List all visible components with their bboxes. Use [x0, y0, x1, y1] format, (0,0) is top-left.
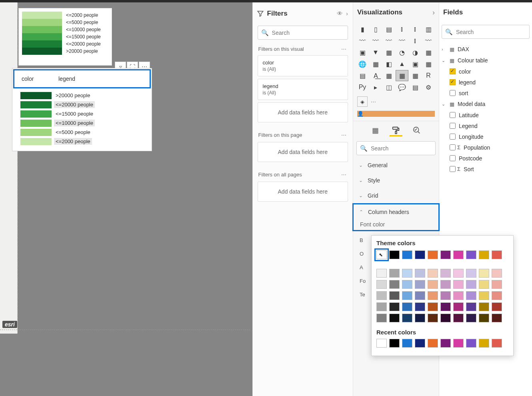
collapse-pane-icon[interactable]: › [346, 10, 348, 17]
fields-table[interactable]: ›▦DAX [440, 44, 531, 55]
recent-color-swatch[interactable] [402, 339, 412, 348]
viz-type-option[interactable]: ⫿ [396, 24, 408, 34]
color-swatch[interactable] [479, 291, 489, 300]
field-checkbox[interactable] [450, 68, 456, 74]
viz-type-option[interactable]: 〰 [396, 36, 408, 46]
viz-type-option[interactable]: ▼ [370, 47, 382, 58]
format-style[interactable]: ⌄Style [353, 173, 439, 188]
color-swatch[interactable] [492, 280, 502, 289]
viz-more-icon[interactable]: ⋯ [371, 99, 377, 105]
table-row[interactable]: <=15000 people [20, 109, 150, 118]
viz-type-option[interactable]: 〰 [422, 36, 434, 46]
recent-color-swatch[interactable] [479, 339, 489, 348]
color-swatch[interactable] [492, 314, 502, 322]
color-swatch[interactable] [376, 280, 387, 289]
filter-card-color[interactable]: color is (All) [258, 55, 348, 76]
viz-type-option[interactable]: ◫ [383, 82, 395, 92]
viz-type-option[interactable]: ▦ [422, 47, 434, 58]
color-swatch[interactable] [415, 314, 425, 322]
filters-search[interactable]: 🔍 [258, 26, 348, 40]
table-row[interactable]: <=20000 people [20, 100, 150, 109]
legend-visual[interactable]: <=2000 people<=5000 people<=10000 people… [18, 8, 112, 66]
color-swatch[interactable] [415, 291, 425, 300]
color-swatch[interactable] [492, 250, 502, 259]
table-row[interactable]: >20000 people [20, 91, 150, 100]
fields-column[interactable]: ΣPopulation [440, 142, 531, 153]
field-checkbox[interactable] [450, 166, 456, 172]
field-checkbox[interactable] [450, 144, 456, 150]
viz-type-option[interactable]: ▮ [356, 24, 368, 34]
recent-color-swatch[interactable] [492, 339, 502, 348]
viz-type-option[interactable]: ▥ [422, 24, 434, 34]
filter-card-legend[interactable]: legend is (All) [258, 79, 348, 100]
color-swatch[interactable] [453, 250, 464, 259]
color-swatch[interactable] [402, 291, 412, 300]
color-swatch[interactable] [440, 291, 451, 300]
report-canvas[interactable]: esri <=2000 people<=5000 people<=10000 p… [0, 2, 252, 396]
color-swatch[interactable] [389, 314, 400, 322]
table-visual[interactable]: color legend >20000 people<=20000 people… [12, 68, 152, 151]
viz-type-option[interactable]: ▦ [383, 47, 395, 58]
fields-tab[interactable]: ▦ [369, 125, 382, 136]
viz-type-option[interactable]: ▯ [370, 24, 382, 34]
fields-column[interactable]: ΣSort [440, 164, 531, 174]
color-swatch[interactable] [428, 250, 438, 259]
color-swatch[interactable] [376, 302, 387, 311]
color-swatch[interactable] [402, 250, 412, 259]
viz-type-option[interactable]: ▤ [383, 24, 395, 34]
add-fields-visual[interactable]: Add data fields here [258, 102, 348, 122]
color-swatch[interactable] [479, 314, 489, 322]
color-swatch[interactable] [376, 269, 387, 278]
recent-color-swatch[interactable] [415, 339, 425, 348]
fields-search[interactable]: 🔍 [442, 25, 530, 39]
viz-type-option[interactable]: ◔ [396, 47, 408, 58]
color-swatch[interactable] [428, 280, 438, 289]
color-swatch[interactable] [453, 269, 464, 278]
color-swatch[interactable] [415, 269, 425, 278]
fields-column[interactable]: legend [440, 77, 531, 88]
viz-type-option[interactable]: 〰 [370, 36, 382, 46]
color-swatch[interactable] [479, 280, 489, 289]
viz-type-option[interactable]: ▲ [396, 59, 408, 69]
color-swatch[interactable] [466, 250, 476, 259]
color-swatch[interactable] [389, 250, 400, 259]
custom-visual-icon[interactable]: 👤 [357, 111, 435, 117]
color-swatch[interactable] [492, 302, 502, 311]
table-header-color[interactable]: color [22, 76, 52, 82]
color-swatch[interactable] [453, 314, 464, 322]
viz-type-option[interactable]: ▣ [356, 47, 368, 58]
fields-column[interactable]: sort [440, 88, 531, 98]
add-fields-all[interactable]: Add data fields here [258, 182, 348, 202]
filters-search-input[interactable] [272, 30, 344, 36]
color-picker-popup[interactable]: Theme colors ⬉ Recent colors [371, 235, 514, 356]
viz-type-option[interactable]: ▦ [396, 70, 408, 81]
color-swatch[interactable] [440, 280, 451, 289]
section-menu-icon[interactable]: ⋯ [341, 172, 347, 178]
color-swatch[interactable] [402, 280, 412, 289]
viz-type-option[interactable]: ▦ [370, 59, 382, 69]
add-fields-page[interactable]: Add data fields here [258, 142, 348, 162]
format-column-headers[interactable]: ⌃Column headers [354, 204, 438, 220]
color-swatch[interactable] [479, 250, 489, 259]
viz-type-option[interactable]: ⫿ [409, 24, 421, 34]
viz-type-option[interactable]: ▤ [356, 70, 368, 81]
format-search-input[interactable] [371, 145, 441, 152]
recent-color-swatch[interactable] [453, 339, 464, 348]
color-swatch[interactable] [389, 280, 400, 289]
color-swatch[interactable] [466, 269, 476, 278]
color-swatch[interactable] [402, 314, 412, 322]
color-swatch[interactable] [466, 291, 476, 300]
fields-column[interactable]: Latitude [440, 110, 531, 120]
viz-type-option[interactable]: ▣ [409, 59, 421, 69]
color-swatch[interactable] [376, 291, 387, 300]
color-swatch[interactable] [453, 280, 464, 289]
viz-type-option[interactable]: ▦ [409, 70, 421, 81]
viz-type-option[interactable]: ▦ [383, 70, 395, 81]
viz-type-option[interactable]: 〰 [383, 36, 395, 46]
section-menu-icon[interactable]: ⋯ [341, 132, 347, 138]
color-swatch[interactable] [389, 291, 400, 300]
color-swatch[interactable] [440, 302, 451, 311]
get-more-visuals-icon[interactable]: ◈ [357, 96, 368, 107]
viz-type-option[interactable]: 〰 [356, 36, 368, 46]
color-swatch[interactable] [428, 269, 438, 278]
